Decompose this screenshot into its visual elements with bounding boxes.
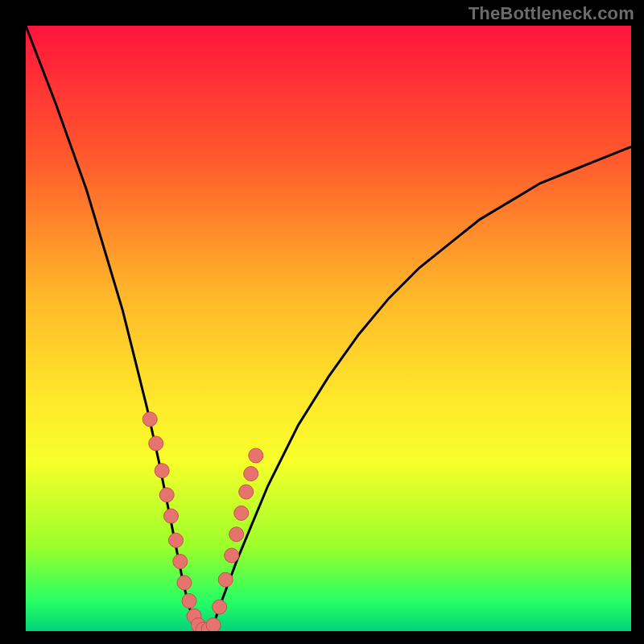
data-point: [177, 576, 192, 590]
data-point: [218, 572, 233, 587]
data-point: [244, 467, 258, 481]
watermark-text: TheBottleneck.com: [469, 3, 634, 24]
data-point: [249, 448, 263, 463]
data-point: [239, 485, 254, 499]
data-point: [234, 506, 249, 520]
data-point: [155, 464, 169, 478]
bottleneck-curve: [26, 26, 631, 631]
data-point: [206, 618, 221, 632]
data-point: [142, 412, 157, 427]
data-point: [225, 548, 239, 563]
chart-frame: TheBottleneck.com: [0, 0, 644, 644]
data-point: [213, 600, 227, 614]
plot-area: [26, 26, 631, 631]
data-point: [229, 527, 244, 542]
data-point: [149, 436, 163, 451]
bottleneck-chart: [26, 26, 631, 631]
data-point: [182, 593, 196, 608]
data-point: [164, 509, 179, 523]
data-point: [159, 488, 174, 502]
data-point: [173, 555, 188, 569]
data-point: [169, 533, 184, 547]
